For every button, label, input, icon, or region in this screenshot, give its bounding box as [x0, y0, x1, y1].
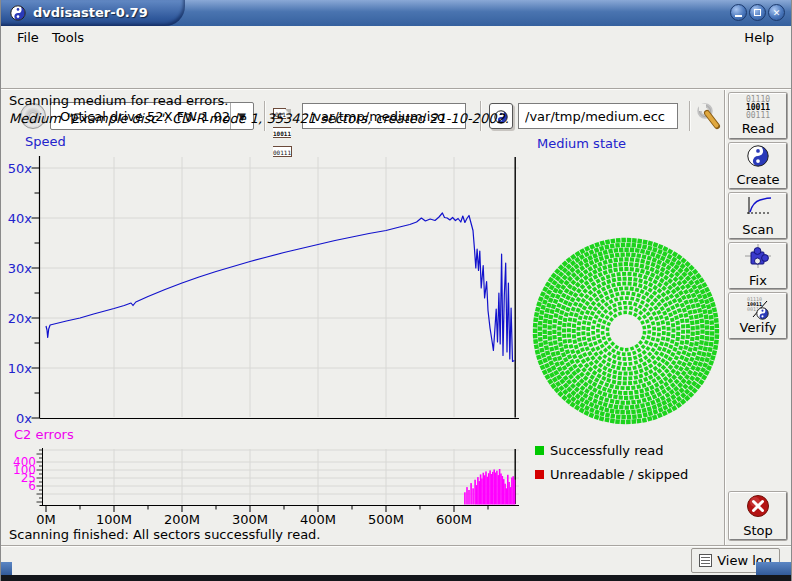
- legend-item-unreadable: Unreadable / skipped: [535, 467, 688, 482]
- app-logo-yinyang-icon: [10, 5, 26, 25]
- binary-yinyang-icon: 011101001100111: [745, 297, 771, 319]
- svg-text:600M: 600M: [436, 512, 472, 527]
- ecc-file-input[interactable]: [518, 103, 678, 129]
- stop-button[interactable]: Stop: [729, 492, 787, 540]
- svg-text:0x: 0x: [16, 411, 32, 426]
- menu-help[interactable]: Help: [740, 29, 778, 46]
- statusbar-separator: [1, 545, 792, 547]
- legend-label: Successfully read: [550, 443, 663, 458]
- close-button[interactable]: ✕: [768, 4, 785, 21]
- minimize-button[interactable]: [730, 4, 747, 21]
- svg-text:500M: 500M: [368, 512, 404, 527]
- svg-text:10x: 10x: [8, 361, 33, 376]
- graph-icon: [744, 196, 772, 221]
- toolbar-separator-line: [1, 88, 792, 90]
- svg-text:6: 6: [28, 479, 36, 493]
- menu-bar: File Tools Help: [8, 26, 786, 48]
- legend-swatch-green: [535, 446, 544, 455]
- svg-text:30x: 30x: [8, 261, 33, 276]
- read-button[interactable]: 011101001100111 Read: [729, 93, 787, 139]
- title-bar[interactable]: dvdisaster-0.79 ✕: [1, 0, 792, 26]
- maximize-button[interactable]: [749, 4, 766, 21]
- preferences-wrench-icon[interactable]: [696, 102, 723, 134]
- menu-file[interactable]: File: [13, 29, 43, 46]
- sidebar-separator: [724, 90, 726, 545]
- toolbar-separator: [689, 101, 691, 131]
- scan-button[interactable]: Scan: [729, 193, 787, 239]
- legend-label: Unreadable / skipped: [550, 467, 688, 482]
- toolbar: Optical drive 52X FW 1.02 ▼ 011 10011 00…: [8, 48, 786, 88]
- svg-text:0M: 0M: [36, 512, 56, 527]
- speed-chart-title: Speed: [25, 134, 66, 149]
- resize-grip-right[interactable]: [756, 562, 792, 576]
- puzzle-icon: [745, 244, 771, 272]
- svg-text:40x: 40x: [8, 211, 33, 226]
- medium-state-title: Medium state: [537, 136, 626, 151]
- stop-icon: [746, 494, 770, 522]
- window-bottom-border: [1, 575, 792, 581]
- svg-text:50x: 50x: [8, 161, 33, 176]
- status-line-1: Scanning medium for read errors.: [9, 93, 228, 108]
- create-button[interactable]: Create: [729, 143, 787, 189]
- menu-tools[interactable]: Tools: [48, 29, 88, 46]
- fix-button[interactable]: Fix: [729, 243, 787, 289]
- window-title: dvdisaster-0.79: [33, 5, 148, 20]
- svg-text:400M: 400M: [300, 512, 336, 527]
- log-list-icon: [699, 554, 712, 567]
- svg-text:300M: 300M: [232, 512, 268, 527]
- bottom-status-message: Scanning finished: All sectors successfu…: [9, 527, 321, 542]
- resize-grip-left[interactable]: [1, 562, 12, 576]
- app-window: 0x10x20x30x40x50x4001002560M100M200M300M…: [0, 0, 792, 581]
- svg-text:200M: 200M: [164, 512, 200, 527]
- c2-errors-title: C2 errors: [14, 427, 74, 442]
- svg-text:20x: 20x: [8, 311, 33, 326]
- verify-button[interactable]: 011101001100111 Verify: [729, 293, 787, 339]
- legend-item-read: Successfully read: [535, 443, 663, 458]
- binary-text-icon: 011101001100111: [746, 96, 770, 120]
- yinyang-icon: [747, 145, 769, 171]
- legend-swatch-red: [535, 470, 544, 479]
- svg-text:100M: 100M: [96, 512, 132, 527]
- status-line-2: Medium "Example disc": CD-R mode 1, 3534…: [9, 111, 509, 126]
